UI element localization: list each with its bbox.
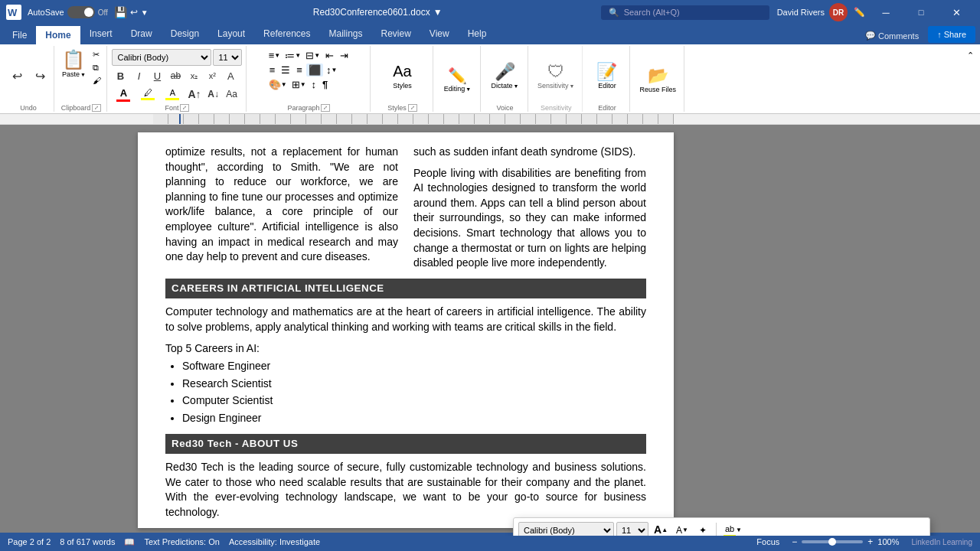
strikethrough-button[interactable]: ab: [167, 67, 184, 84]
multilevel-list-button[interactable]: ⊟▼: [304, 49, 322, 62]
ft-font-name[interactable]: Calibri (Body): [518, 522, 614, 536]
undo-button[interactable]: ↩: [6, 65, 28, 86]
user-area: David Rivers DR: [777, 3, 848, 21]
copy-button[interactable]: ⧉: [90, 62, 103, 73]
accessibility[interactable]: Accessibility: Investigate: [229, 537, 320, 546]
sort-button[interactable]: ↕: [309, 78, 319, 91]
format-painter-button[interactable]: 🖌: [90, 75, 103, 86]
increase-indent-button[interactable]: ⇥: [338, 49, 351, 62]
format-painter-icon: 🖌: [93, 76, 101, 85]
styles-label: Styles: [393, 82, 412, 90]
save-btn[interactable]: 💾: [114, 6, 127, 18]
tab-help[interactable]: Help: [459, 24, 496, 44]
ribbon-toggle-icon[interactable]: ✏️: [854, 7, 865, 18]
search-icon: 🔍: [609, 8, 619, 18]
font-size-select[interactable]: 11: [213, 49, 242, 66]
tab-mailings[interactable]: Mailings: [319, 24, 371, 44]
zoom-in-button[interactable]: +: [867, 536, 873, 547]
comments-icon: 💬: [865, 31, 876, 41]
shading-para-button[interactable]: 🎨▼: [267, 78, 289, 91]
editing-icon: ✏️: [448, 67, 467, 85]
cut-button[interactable]: ✂: [90, 49, 103, 60]
tab-design[interactable]: Design: [162, 24, 208, 44]
font-expand-icon[interactable]: ⤢: [180, 104, 189, 112]
reuse-files-button[interactable]: 📂 Reuse Files: [635, 63, 681, 97]
show-hide-button[interactable]: ¶: [320, 78, 330, 91]
align-center-button[interactable]: ☰: [279, 64, 292, 77]
editor-button[interactable]: 📝 Editor: [592, 59, 622, 93]
font-grow-button[interactable]: A↑: [185, 86, 203, 103]
styles-icon: Aa: [393, 63, 411, 80]
borders-button[interactable]: ⊞▼: [290, 78, 308, 91]
search-bar[interactable]: 🔍 Search (Alt+Q): [601, 5, 769, 20]
font-name-select[interactable]: Calibri (Body): [112, 49, 211, 66]
customize-btn[interactable]: ▼: [141, 8, 149, 17]
clipboard-expand-icon[interactable]: ⤢: [92, 104, 101, 112]
ft-highlight-button[interactable]: ab ▼: [720, 521, 745, 536]
ribbon-collapse-button[interactable]: ⌃: [964, 49, 977, 62]
redo-button[interactable]: ↪: [29, 65, 51, 86]
filename-dropdown-icon[interactable]: ▼: [433, 7, 443, 18]
align-left-button[interactable]: ≡: [267, 64, 278, 77]
ft-font-size[interactable]: 11: [616, 522, 648, 536]
editing-button[interactable]: ✏️ Editing ▼: [439, 64, 475, 96]
paste-button[interactable]: 📋 Paste ▼: [59, 47, 89, 80]
ft-shrink-button[interactable]: A▼: [673, 521, 691, 536]
align-right-button[interactable]: ≡: [294, 64, 305, 77]
line-spacing-button[interactable]: ↕▼: [325, 64, 338, 77]
document-area[interactable]: optimize results, not a replacement for …: [0, 125, 980, 536]
focus-button[interactable]: Focus: [756, 537, 779, 546]
titlebar: W AutoSave Off 💾 ↩ ▼ Red30Conference0601…: [0, 0, 980, 24]
tab-review[interactable]: Review: [372, 24, 420, 44]
tab-file[interactable]: File: [3, 26, 36, 44]
tab-insert[interactable]: Insert: [80, 24, 122, 44]
tab-view[interactable]: View: [420, 24, 459, 44]
change-case-button[interactable]: Aa: [224, 86, 240, 103]
styles-button[interactable]: Aa Styles: [387, 60, 418, 93]
restore-button[interactable]: □: [903, 0, 939, 24]
minimize-button[interactable]: ─: [868, 0, 903, 24]
shading-button[interactable]: A: [161, 87, 184, 101]
search-placeholder: Search (Alt+Q): [624, 8, 680, 17]
page-margin-right: [674, 125, 980, 536]
decrease-indent-button[interactable]: ⇤: [323, 49, 336, 62]
tab-draw[interactable]: Draw: [122, 24, 162, 44]
numbering-button[interactable]: ≔▼: [283, 49, 302, 62]
autosave-toggle[interactable]: [67, 6, 95, 18]
sensitivity-button[interactable]: 🛡 Sensitivity ▼: [533, 59, 579, 93]
tab-references[interactable]: References: [254, 24, 319, 44]
highlight-icon: 🖊: [144, 88, 152, 97]
font-color-button[interactable]: A: [112, 86, 135, 103]
superscript-button[interactable]: x²: [204, 67, 220, 84]
proofing-icon[interactable]: 📖: [124, 537, 135, 547]
zoom-slider[interactable]: [802, 540, 863, 543]
comments-button[interactable]: 💬 Comments: [858, 27, 926, 44]
paragraph-expand-icon[interactable]: ⤢: [321, 104, 330, 112]
dictate-button[interactable]: 🎤 Dictate ▼: [486, 59, 523, 93]
doc-left-col: optimize results, not a replacement for …: [165, 145, 398, 271]
underline-button[interactable]: U: [149, 67, 165, 84]
bold-button[interactable]: B: [112, 67, 129, 84]
highlight-button[interactable]: 🖊: [136, 87, 159, 101]
undo-icon[interactable]: ↩: [130, 7, 138, 18]
ft-format-button[interactable]: ✦: [694, 521, 712, 536]
subscript-button[interactable]: x₂: [185, 67, 202, 84]
avatar[interactable]: DR: [829, 3, 848, 21]
ft-grow-button[interactable]: A▲: [651, 521, 671, 536]
share-button[interactable]: ↑ Share: [928, 26, 975, 43]
tab-home[interactable]: Home: [36, 26, 80, 44]
font-shrink-button[interactable]: A↓: [205, 86, 222, 103]
zoom-out-button[interactable]: −: [792, 536, 797, 547]
bullets-button[interactable]: ≡▼: [267, 49, 283, 62]
paste-icon: 📋: [62, 49, 85, 70]
italic-button[interactable]: I: [130, 67, 147, 84]
justify-button[interactable]: ⬛: [306, 64, 323, 77]
close-button[interactable]: ✕: [939, 0, 974, 24]
tab-layout[interactable]: Layout: [208, 24, 254, 44]
styles-expand-icon[interactable]: ⤢: [408, 104, 417, 112]
font-group-label: Font ⤢: [165, 104, 189, 112]
autosave-state: Off: [98, 8, 108, 17]
aboutus-section-header: Red30 Tech - ABOUT US: [165, 434, 646, 455]
clear-format-button[interactable]: A: [222, 67, 239, 84]
ruler: [0, 114, 980, 125]
